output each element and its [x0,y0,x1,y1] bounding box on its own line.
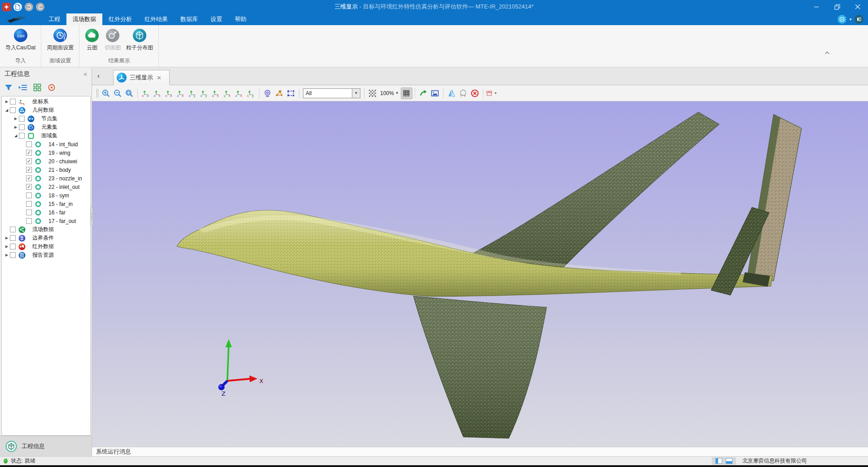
redo-icon[interactable] [36,3,44,11]
view-iso-3-icon[interactable]: zx [233,87,245,99]
tree-face-14-int-fluid[interactable]: 14 - int_fluid [2,140,90,148]
opacity-level-control[interactable]: 100%▼ [380,90,399,96]
tree-expander-icon[interactable]: ▶ [4,100,10,104]
quick-view-icon[interactable] [837,15,846,24]
tree-checkbox[interactable] [26,192,32,198]
viewport[interactable]: X Z [92,101,868,447]
snapshot-icon[interactable] [429,87,441,99]
tree-expander-icon[interactable]: ▶ [4,253,10,257]
tree-expander-icon[interactable]: ◢ [4,108,10,112]
tree-checkbox[interactable]: ✓ [26,158,32,164]
filter-icon[interactable] [4,83,13,92]
view-pos-y-icon[interactable]: xz [140,87,152,99]
tree-element-set[interactable]: ▶元素集 [2,123,90,131]
panel-collapse-button[interactable]: < [83,71,87,78]
tree-face-21-body[interactable]: ✓21 - body [2,166,90,174]
tree-flow-field-data[interactable]: 流场数据 [2,225,90,234]
tree-checkbox[interactable] [10,107,16,113]
package-icon[interactable]: ▼ [486,87,497,99]
lasso-icon[interactable] [457,87,469,99]
tree-checkbox[interactable] [19,124,25,130]
tree-node-set[interactable]: ▶节点集 [2,114,90,123]
tab-3d-display[interactable]: 三维显示 ✕ [113,70,170,85]
tree-checkbox[interactable]: ✓ [26,150,32,156]
tree-coordinate-system[interactable]: ▶zx坐标系 [2,97,90,106]
menu-item-5[interactable]: 数据库 [174,13,204,25]
tree-checkbox[interactable] [10,99,16,105]
undo-icon[interactable] [25,3,33,11]
tree-face-15-far-in[interactable]: 15 - far_in [2,200,90,208]
app-icon[interactable] [2,3,11,11]
tree-checkbox[interactable] [26,209,32,215]
tree-checkbox[interactable] [26,201,32,207]
transparency-icon[interactable] [367,87,378,99]
view-iso-1-icon[interactable]: zx [210,87,222,99]
layout-panel-icon[interactable] [855,15,864,24]
tree-expander-icon[interactable]: ▶ [4,236,10,240]
display-filter-combobox[interactable]: All▼ [303,88,360,98]
zoom-fit-icon[interactable] [123,87,135,99]
delete-icon[interactable] [469,87,481,99]
tree-expander-icon[interactable]: ◢ [13,134,19,138]
tree-checkbox[interactable] [10,235,16,241]
tree-checkbox[interactable] [10,244,16,249]
toolbar-drag-handle[interactable] [96,89,98,98]
tree-expander-icon[interactable]: ▶ [4,244,10,249]
tree-face-20-chuiwei[interactable]: ✓20 - chuiwei [2,157,90,166]
tree-infrared-data[interactable]: ▶红外数据 [2,242,90,251]
tree-face-23-nozzle-in[interactable]: ✓23 - nozzle_in [2,174,90,183]
minimize-button[interactable] [806,0,827,13]
ribbon-collapse-button[interactable] [822,48,832,57]
menu-item-7[interactable]: 帮助 [228,13,253,25]
view-neg-z-icon[interactable]: zx [175,87,187,99]
tree-expander-icon[interactable]: ▶ [13,125,19,129]
tab-close-icon[interactable]: ✕ [157,74,162,81]
tree-face-18-sym[interactable]: 18 - sym [2,191,90,200]
view-pos-x-icon[interactable]: zy [187,87,198,99]
close-button[interactable] [847,0,868,13]
view-iso-2-icon[interactable]: yx [222,87,233,99]
menu-item-2[interactable]: 流场数据 [66,13,102,25]
tree-face-22-inlet-out[interactable]: ✓22 - inlet_out [2,183,90,191]
tab-scroll-left-button[interactable]: ‹ [97,72,100,79]
menu-item-4[interactable]: 红外结果 [138,13,174,25]
tree-boundary-conditions[interactable]: ▶边界条件 [2,234,90,242]
tree-checkbox[interactable] [19,116,25,122]
menu-item-3[interactable]: 红外分析 [102,13,138,25]
molecule-icon[interactable] [273,87,285,99]
grid-icon[interactable] [401,87,412,99]
layout-left-panel-icon[interactable] [715,458,722,464]
period-face-settings-button[interactable]: 周期面设置 [45,27,75,52]
camera-icon[interactable] [262,87,273,99]
view-neg-x-icon[interactable]: zy [198,87,210,99]
outline-list-icon[interactable] [18,83,28,92]
chevron-down-icon[interactable]: ▼ [395,91,399,95]
view-iso-4-icon[interactable]: xy [245,87,257,99]
target-icon[interactable] [47,83,57,92]
chevron-down-icon[interactable]: ▼ [352,89,360,98]
particle-distribution-button[interactable]: 粒子分布图 [124,27,155,52]
panel-footer-button[interactable]: 工程信息 [0,436,92,456]
tree-face-set[interactable]: ◢面域集 [2,131,90,140]
tree-checkbox[interactable] [26,218,32,224]
zoom-in-icon[interactable] [100,87,112,99]
cloud-map-button[interactable]: 云图 [83,27,101,52]
tree-checkbox[interactable] [19,133,25,139]
panel-splitter[interactable] [90,207,93,225]
import-cas-dat-button[interactable]: cas导入Cas/Dat [4,27,37,52]
menu-item-1[interactable]: 工程 [42,13,66,25]
select-box-icon[interactable] [285,87,297,99]
tree-expander-icon[interactable]: ▶ [13,117,19,121]
new-document-icon[interactable] [13,3,22,11]
tree-face-17-far-out[interactable]: 17 - far_out [2,217,90,225]
mirror-icon[interactable] [446,87,457,99]
grid-view-icon[interactable] [32,83,42,92]
tree-checkbox[interactable]: ✓ [26,175,32,181]
model-canvas[interactable]: X Z [92,101,868,447]
export-icon[interactable] [417,87,429,99]
view-pos-z-icon[interactable]: xz [163,87,175,99]
menu-item-6[interactable]: 设置 [204,13,228,25]
tree-geometry-data[interactable]: ◢几何数据 [2,106,90,114]
view-neg-y-icon[interactable]: zx [152,87,163,99]
layout-bottom-panel-icon[interactable] [726,458,732,464]
